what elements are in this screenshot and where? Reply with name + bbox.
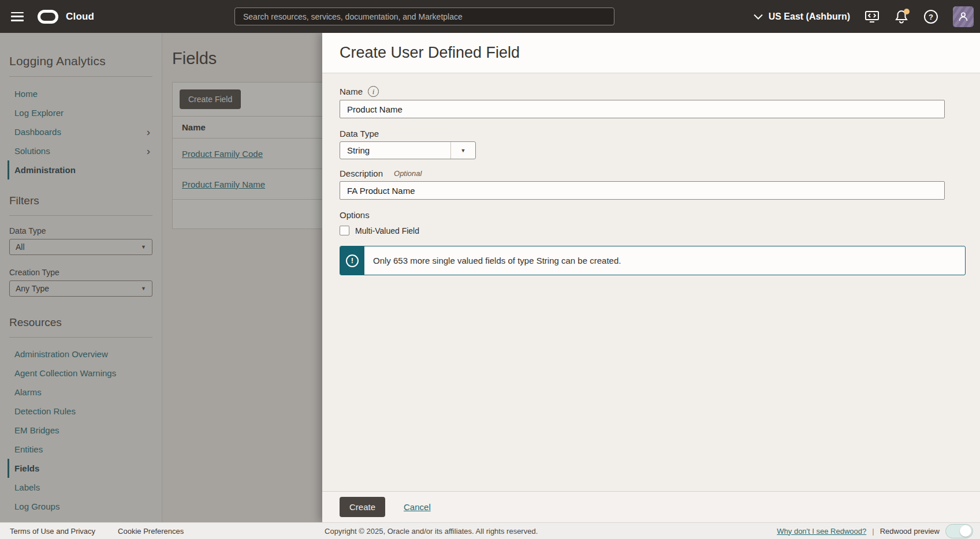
global-footer: Terms of Use and Privacy Cookie Preferen… [0, 522, 980, 539]
svg-text:?: ? [929, 13, 933, 21]
hamburger-menu-icon[interactable] [11, 12, 24, 21]
cancel-link[interactable]: Cancel [404, 502, 431, 512]
description-label: Description [340, 169, 383, 178]
dropdown-arrow-icon[interactable]: ▼ [450, 142, 475, 159]
top-navigation-bar: Cloud US East (Ashburn) [0, 0, 980, 33]
multi-valued-checkbox[interactable] [340, 226, 349, 235]
redwood-preview-toggle[interactable] [945, 524, 973, 538]
terms-link[interactable]: Terms of Use and Privacy [10, 527, 95, 536]
chevron-down-icon [754, 14, 763, 20]
info-icon[interactable]: i [368, 86, 379, 97]
toggle-knob [960, 525, 971, 537]
redwood-preview-label: Redwood preview [880, 527, 940, 536]
description-input[interactable] [340, 181, 945, 200]
optional-hint: Optional [394, 169, 422, 178]
notification-badge [904, 9, 910, 14]
info-banner: ! Only 653 more single valued fields of … [340, 246, 966, 275]
info-banner-message: Only 653 more single valued fields of ty… [364, 246, 621, 275]
copyright-text: Copyright © 2025, Oracle and/or its affi… [325, 527, 538, 536]
info-banner-accent: ! [340, 246, 364, 275]
panel-title: Create User Defined Field [340, 44, 520, 62]
cookie-preferences-link[interactable]: Cookie Preferences [118, 527, 184, 536]
cloud-shell-icon[interactable] [865, 9, 880, 24]
brand-label: Cloud [66, 11, 94, 23]
data-type-select[interactable]: String ▼ [340, 141, 476, 159]
create-user-defined-field-panel: Create User Defined Field Name i Data Ty… [322, 33, 980, 522]
region-selector[interactable]: US East (Ashburn) [754, 12, 850, 22]
redwood-help-link[interactable]: Why don't I see Redwood? [777, 527, 866, 536]
create-button[interactable]: Create [340, 497, 385, 517]
help-icon[interactable]: ? [923, 9, 938, 24]
oracle-logo[interactable] [38, 10, 58, 24]
data-type-label: Data Type [340, 129, 963, 139]
name-label: Name [340, 87, 363, 96]
modal-dim-overlay[interactable] [0, 33, 322, 522]
notifications-bell-icon[interactable] [894, 9, 909, 24]
alert-icon: ! [346, 254, 359, 267]
global-search-input[interactable] [234, 8, 614, 25]
user-avatar[interactable] [953, 6, 974, 27]
options-label: Options [340, 210, 963, 220]
region-label: US East (Ashburn) [769, 12, 850, 22]
name-input[interactable] [340, 100, 945, 118]
separator: | [872, 527, 874, 536]
multi-valued-checkbox-label: Multi-Valued Field [355, 226, 419, 235]
